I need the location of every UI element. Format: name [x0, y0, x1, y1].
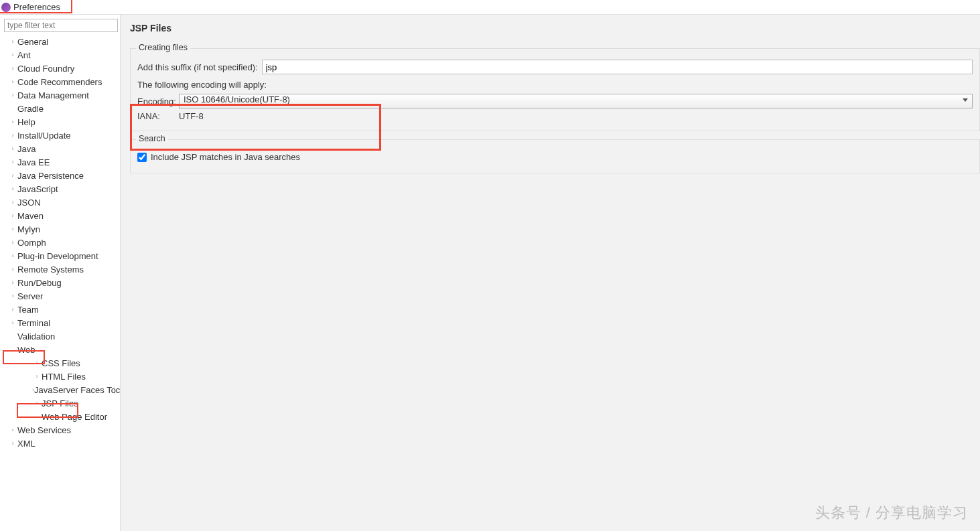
tree-item[interactable]: ›Web Services [2, 423, 120, 437]
chevron-right-icon[interactable]: › [8, 318, 17, 327]
tree-item-label: General [17, 37, 48, 47]
tree-item[interactable]: Web Page Editor [14, 410, 120, 423]
tree-item[interactable]: ›Java [2, 142, 120, 155]
following-encoding-text: The following encoding will apply: [137, 80, 973, 90]
tree-item-label: Terminal [17, 318, 50, 328]
chevron-down-icon [963, 98, 968, 102]
tree-item-label: Web [17, 345, 36, 355]
tree-item-label: Install/Update [17, 131, 71, 141]
chevron-right-icon[interactable]: › [8, 37, 17, 46]
chevron-right-icon[interactable]: › [8, 238, 17, 247]
chevron-right-icon[interactable]: › [8, 64, 17, 73]
chevron-down-icon[interactable]: ⌄ [8, 345, 17, 354]
chevron-right-icon[interactable]: › [8, 171, 17, 180]
iana-label: IANA: [137, 111, 179, 121]
tree-item-label: Data Management [17, 90, 89, 100]
preferences-tree-sidebar: ›General›Ant›Cloud Foundry›Code Recommen… [0, 15, 121, 531]
filter-text-input[interactable] [4, 19, 118, 32]
chevron-right-icon[interactable]: › [8, 305, 17, 314]
tree-item-label: Code Recommenders [17, 77, 102, 87]
chevron-right-icon[interactable]: › [8, 144, 17, 153]
chevron-right-icon[interactable]: › [32, 398, 42, 408]
chevron-right-icon[interactable]: › [32, 358, 42, 368]
include-jsp-matches-checkbox[interactable] [137, 153, 147, 162]
tree-item[interactable]: ⌄Web [2, 343, 120, 356]
tree-item-label: Java EE [17, 157, 50, 167]
tree-item[interactable]: ›Plug-in Development [2, 249, 120, 262]
suffix-label: Add this suffix (if not specified): [137, 62, 258, 72]
tree-item-label: XML [17, 439, 36, 449]
tree-item[interactable]: ›Help [2, 115, 120, 129]
tree-item[interactable]: ›General [2, 35, 120, 48]
encoding-label: Encoding: [137, 96, 179, 106]
chevron-right-icon[interactable]: › [8, 198, 17, 207]
tree-item-label: Cloud Foundry [17, 64, 74, 74]
search-legend: Search [136, 134, 168, 143]
chevron-right-icon[interactable]: › [32, 372, 42, 381]
tree-item[interactable]: ›Cloud Foundry [2, 62, 120, 75]
tree-item[interactable]: ›JavaScript [2, 182, 120, 196]
chevron-right-icon[interactable]: › [8, 278, 17, 287]
tree-item-label: Validation [17, 331, 55, 342]
tree-item-label: Run/Debug [17, 278, 62, 288]
tree-item[interactable]: ›Oomph [2, 236, 120, 249]
tree-item[interactable]: ›Code Recommenders [2, 75, 120, 88]
tree-item[interactable]: ›Install/Update [2, 129, 120, 142]
encoding-dropdown[interactable]: ISO 10646/Unicode(UTF-8) [179, 94, 973, 108]
tree-item[interactable]: ›CSS Files [14, 356, 120, 370]
chevron-right-icon[interactable]: › [8, 117, 17, 127]
tree-item[interactable]: ›JSP Files [14, 396, 120, 410]
tree-item-label: JSP Files [42, 398, 78, 408]
watermark-text: 头条号 / 分享电脑学习 [815, 503, 968, 523]
tree-item[interactable]: ›HTML Files [14, 370, 120, 383]
search-group: Search Include JSP matches in Java searc… [130, 139, 980, 173]
tree-item[interactable]: ›Mylyn [2, 222, 120, 236]
tree-item-label: HTML Files [42, 372, 86, 382]
chevron-right-icon[interactable]: › [8, 224, 17, 234]
iana-value: UTF-8 [179, 111, 204, 121]
tree-item-label: JavaScript [17, 184, 58, 194]
include-jsp-matches-label[interactable]: Include JSP matches in Java searches [151, 152, 300, 162]
app-icon [1, 3, 11, 12]
tree-item[interactable]: ›Terminal [2, 316, 120, 329]
title-bar: Preferences [0, 0, 980, 15]
chevron-right-icon[interactable]: › [8, 251, 17, 260]
tree-item-label: Help [17, 117, 36, 127]
chevron-right-icon[interactable]: › [8, 77, 17, 86]
tree-item[interactable]: ›Data Management [2, 88, 120, 102]
tree-item[interactable]: ›JavaServer Faces Toc [14, 383, 120, 396]
creating-files-legend: Creating files [136, 43, 190, 52]
tree-item-label: Web Page Editor [42, 412, 107, 422]
tree-item[interactable]: ›Run/Debug [2, 276, 120, 289]
tree-item[interactable]: ›Team [2, 303, 120, 316]
suffix-input[interactable] [262, 60, 973, 74]
tree-item-label: Java [17, 144, 36, 154]
preferences-page-content: JSP Files Creating files Add this suffix… [121, 15, 980, 531]
tree-item[interactable]: ›JSON [2, 196, 120, 209]
chevron-right-icon[interactable]: › [8, 439, 17, 448]
tree-item-label: Mylyn [17, 224, 40, 234]
tree-item[interactable]: ›XML [2, 437, 120, 450]
tree-item-label: Java Persistence [17, 171, 84, 181]
chevron-right-icon[interactable]: › [8, 184, 17, 194]
tree-item[interactable]: Validation [2, 329, 120, 343]
tree-item-label: Maven [17, 211, 44, 221]
chevron-right-icon[interactable]: › [8, 50, 17, 60]
tree-item[interactable]: ›Java Persistence [2, 169, 120, 182]
tree-item-label: JSON [17, 198, 41, 208]
chevron-right-icon[interactable]: › [8, 264, 17, 274]
chevron-right-icon[interactable]: › [8, 211, 17, 220]
tree-item[interactable]: Gradle [2, 102, 120, 115]
chevron-right-icon[interactable]: › [8, 157, 17, 167]
tree-item[interactable]: ›Remote Systems [2, 262, 120, 276]
tree-item[interactable]: ›Java EE [2, 155, 120, 169]
chevron-right-icon[interactable]: › [8, 90, 17, 100]
tree-item[interactable]: ›Maven [2, 209, 120, 222]
chevron-right-icon[interactable]: › [8, 131, 17, 140]
tree-item-label: Ant [17, 50, 31, 60]
chevron-right-icon[interactable]: › [8, 425, 17, 435]
chevron-right-icon[interactable]: › [8, 291, 17, 301]
tree-item[interactable]: ›Server [2, 289, 120, 303]
tree-item[interactable]: ›Ant [2, 48, 120, 62]
preferences-tree[interactable]: ›General›Ant›Cloud Foundry›Code Recommen… [2, 35, 120, 450]
